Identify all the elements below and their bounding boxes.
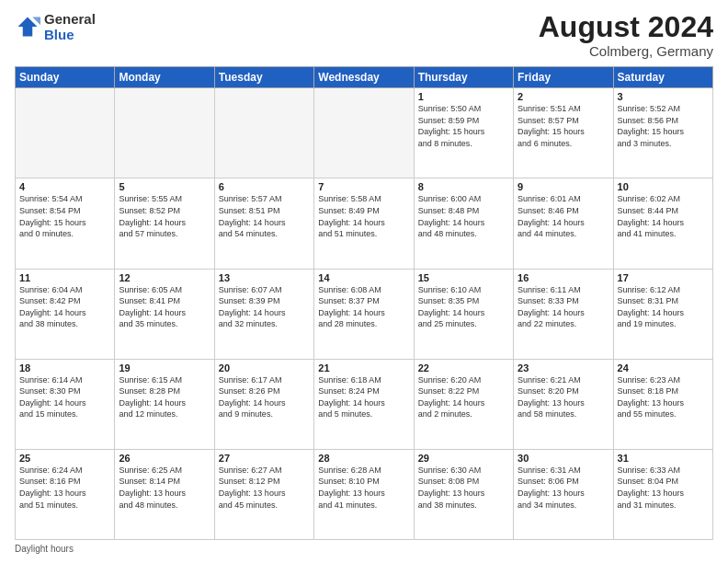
calendar-cell: 15Sunrise: 6:10 AM Sunset: 8:35 PM Dayli…	[414, 269, 513, 359]
day-info: Sunrise: 6:24 AM Sunset: 8:16 PM Dayligh…	[19, 465, 110, 511]
day-number: 9	[518, 181, 609, 192]
day-number: 22	[418, 362, 509, 373]
calendar-week-2: 4Sunrise: 5:54 AM Sunset: 8:54 PM Daylig…	[16, 178, 713, 269]
calendar-week-1: 1Sunrise: 5:50 AM Sunset: 8:59 PM Daylig…	[16, 88, 713, 178]
day-info: Sunrise: 5:54 AM Sunset: 8:54 PM Dayligh…	[19, 193, 110, 239]
calendar-cell: 27Sunrise: 6:27 AM Sunset: 8:12 PM Dayli…	[214, 449, 313, 539]
calendar-cell: 28Sunrise: 6:28 AM Sunset: 8:10 PM Dayli…	[314, 449, 414, 539]
page: General Blue August 2024 Colmberg, Germa…	[0, 0, 728, 563]
day-info: Sunrise: 6:28 AM Sunset: 8:10 PM Dayligh…	[318, 465, 409, 511]
calendar-cell: 20Sunrise: 6:17 AM Sunset: 8:26 PM Dayli…	[214, 359, 313, 449]
col-tuesday: Tuesday	[214, 67, 313, 88]
col-saturday: Saturday	[613, 67, 712, 88]
day-info: Sunrise: 6:01 AM Sunset: 8:46 PM Dayligh…	[518, 193, 609, 239]
day-number: 16	[518, 272, 609, 283]
day-info: Sunrise: 5:51 AM Sunset: 8:57 PM Dayligh…	[518, 103, 609, 149]
calendar-cell: 23Sunrise: 6:21 AM Sunset: 8:20 PM Dayli…	[514, 359, 613, 449]
logo: General Blue	[15, 11, 96, 43]
col-monday: Monday	[115, 67, 214, 88]
day-info: Sunrise: 6:15 AM Sunset: 8:28 PM Dayligh…	[119, 374, 210, 420]
calendar-cell: 6Sunrise: 5:57 AM Sunset: 8:51 PM Daylig…	[214, 178, 313, 269]
day-info: Sunrise: 5:58 AM Sunset: 8:49 PM Dayligh…	[318, 193, 409, 239]
calendar-table: Sunday Monday Tuesday Wednesday Thursday…	[15, 66, 713, 540]
col-wednesday: Wednesday	[314, 67, 414, 88]
day-info: Sunrise: 6:33 AM Sunset: 8:04 PM Dayligh…	[618, 465, 709, 511]
calendar-week-5: 25Sunrise: 6:24 AM Sunset: 8:16 PM Dayli…	[16, 449, 713, 539]
calendar-cell: 21Sunrise: 6:18 AM Sunset: 8:24 PM Dayli…	[314, 359, 414, 449]
day-number: 29	[418, 453, 509, 464]
day-number: 1	[418, 91, 509, 102]
calendar-cell: 5Sunrise: 5:55 AM Sunset: 8:52 PM Daylig…	[115, 178, 214, 269]
calendar-cell: 11Sunrise: 6:04 AM Sunset: 8:42 PM Dayli…	[16, 269, 115, 359]
calendar-cell: 29Sunrise: 6:30 AM Sunset: 8:08 PM Dayli…	[414, 449, 513, 539]
day-info: Sunrise: 6:05 AM Sunset: 8:41 PM Dayligh…	[119, 284, 210, 330]
day-info: Sunrise: 6:02 AM Sunset: 8:44 PM Dayligh…	[618, 193, 709, 239]
day-number: 28	[318, 453, 409, 464]
day-info: Sunrise: 6:17 AM Sunset: 8:26 PM Dayligh…	[219, 374, 310, 420]
calendar-cell: 2Sunrise: 5:51 AM Sunset: 8:57 PM Daylig…	[514, 88, 613, 178]
location: Colmberg, Germany	[539, 43, 713, 59]
day-info: Sunrise: 6:23 AM Sunset: 8:18 PM Dayligh…	[618, 374, 709, 420]
day-info: Sunrise: 6:21 AM Sunset: 8:20 PM Dayligh…	[518, 374, 609, 420]
calendar-body: 1Sunrise: 5:50 AM Sunset: 8:59 PM Daylig…	[16, 88, 713, 540]
day-number: 27	[219, 453, 310, 464]
calendar-cell: 7Sunrise: 5:58 AM Sunset: 8:49 PM Daylig…	[314, 178, 414, 269]
day-number: 24	[618, 362, 709, 373]
calendar-cell: 1Sunrise: 5:50 AM Sunset: 8:59 PM Daylig…	[414, 88, 513, 178]
day-info: Sunrise: 6:14 AM Sunset: 8:30 PM Dayligh…	[19, 374, 110, 420]
calendar-cell: 16Sunrise: 6:11 AM Sunset: 8:33 PM Dayli…	[514, 269, 613, 359]
day-number: 4	[19, 181, 110, 192]
calendar-cell: 17Sunrise: 6:12 AM Sunset: 8:31 PM Dayli…	[613, 269, 712, 359]
day-info: Sunrise: 5:50 AM Sunset: 8:59 PM Dayligh…	[418, 103, 509, 149]
calendar-cell: 9Sunrise: 6:01 AM Sunset: 8:46 PM Daylig…	[514, 178, 613, 269]
daylight-label: Daylight hours	[15, 544, 74, 554]
calendar-cell: 18Sunrise: 6:14 AM Sunset: 8:30 PM Dayli…	[16, 359, 115, 449]
day-info: Sunrise: 6:07 AM Sunset: 8:39 PM Dayligh…	[219, 284, 310, 330]
day-info: Sunrise: 6:27 AM Sunset: 8:12 PM Dayligh…	[219, 465, 310, 511]
day-number: 6	[219, 181, 310, 192]
calendar-cell: 14Sunrise: 6:08 AM Sunset: 8:37 PM Dayli…	[314, 269, 414, 359]
day-info: Sunrise: 5:57 AM Sunset: 8:51 PM Dayligh…	[219, 193, 310, 239]
calendar-cell: 8Sunrise: 6:00 AM Sunset: 8:48 PM Daylig…	[414, 178, 513, 269]
calendar-cell: 12Sunrise: 6:05 AM Sunset: 8:41 PM Dayli…	[115, 269, 214, 359]
day-number: 15	[418, 272, 509, 283]
calendar-cell	[115, 88, 214, 178]
day-number: 14	[318, 272, 409, 283]
day-number: 19	[119, 362, 210, 373]
calendar-cell: 22Sunrise: 6:20 AM Sunset: 8:22 PM Dayli…	[414, 359, 513, 449]
day-number: 11	[19, 272, 110, 283]
logo-icon	[15, 14, 40, 40]
calendar-cell: 25Sunrise: 6:24 AM Sunset: 8:16 PM Dayli…	[16, 449, 115, 539]
top-section: General Blue August 2024 Colmberg, Germa…	[15, 11, 713, 59]
day-number: 13	[219, 272, 310, 283]
calendar-cell: 24Sunrise: 6:23 AM Sunset: 8:18 PM Dayli…	[613, 359, 712, 449]
day-number: 3	[618, 91, 709, 102]
calendar-header-row: Sunday Monday Tuesday Wednesday Thursday…	[16, 67, 713, 88]
day-number: 30	[518, 453, 609, 464]
day-number: 20	[219, 362, 310, 373]
day-info: Sunrise: 6:20 AM Sunset: 8:22 PM Dayligh…	[418, 374, 509, 420]
calendar-cell: 10Sunrise: 6:02 AM Sunset: 8:44 PM Dayli…	[613, 178, 712, 269]
day-number: 31	[618, 453, 709, 464]
logo-blue: Blue	[44, 27, 96, 42]
footer: Daylight hours	[15, 544, 713, 554]
day-number: 7	[318, 181, 409, 192]
calendar-cell	[16, 88, 115, 178]
day-number: 26	[119, 453, 210, 464]
day-info: Sunrise: 6:04 AM Sunset: 8:42 PM Dayligh…	[19, 284, 110, 330]
day-number: 21	[318, 362, 409, 373]
day-info: Sunrise: 6:12 AM Sunset: 8:31 PM Dayligh…	[618, 284, 709, 330]
month-year: August 2024	[539, 11, 713, 43]
calendar-cell: 26Sunrise: 6:25 AM Sunset: 8:14 PM Dayli…	[115, 449, 214, 539]
day-info: Sunrise: 6:30 AM Sunset: 8:08 PM Dayligh…	[418, 465, 509, 511]
calendar-week-3: 11Sunrise: 6:04 AM Sunset: 8:42 PM Dayli…	[16, 269, 713, 359]
day-number: 2	[518, 91, 609, 102]
calendar-cell: 31Sunrise: 6:33 AM Sunset: 8:04 PM Dayli…	[613, 449, 712, 539]
day-number: 25	[19, 453, 110, 464]
logo-general: General	[44, 11, 96, 27]
day-info: Sunrise: 6:08 AM Sunset: 8:37 PM Dayligh…	[318, 284, 409, 330]
calendar-week-4: 18Sunrise: 6:14 AM Sunset: 8:30 PM Dayli…	[16, 359, 713, 449]
day-info: Sunrise: 6:25 AM Sunset: 8:14 PM Dayligh…	[119, 465, 210, 511]
day-number: 5	[119, 181, 210, 192]
day-number: 10	[618, 181, 709, 192]
